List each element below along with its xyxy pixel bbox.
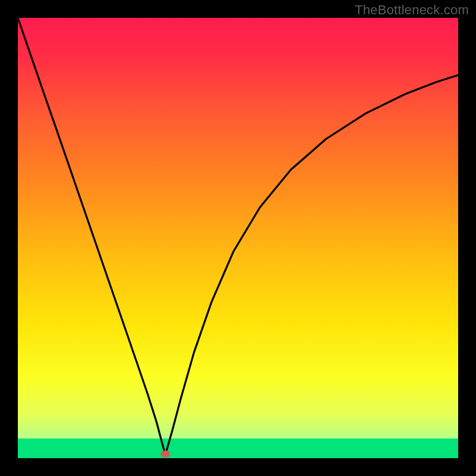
chart-frame: TheBottleneck.com xyxy=(0,0,476,476)
curve-left-branch xyxy=(18,18,165,455)
plot-area xyxy=(18,18,458,458)
optimum-marker xyxy=(161,450,170,458)
curve-right-branch xyxy=(165,75,458,455)
curve xyxy=(18,18,458,458)
watermark-text: TheBottleneck.com xyxy=(355,2,469,18)
